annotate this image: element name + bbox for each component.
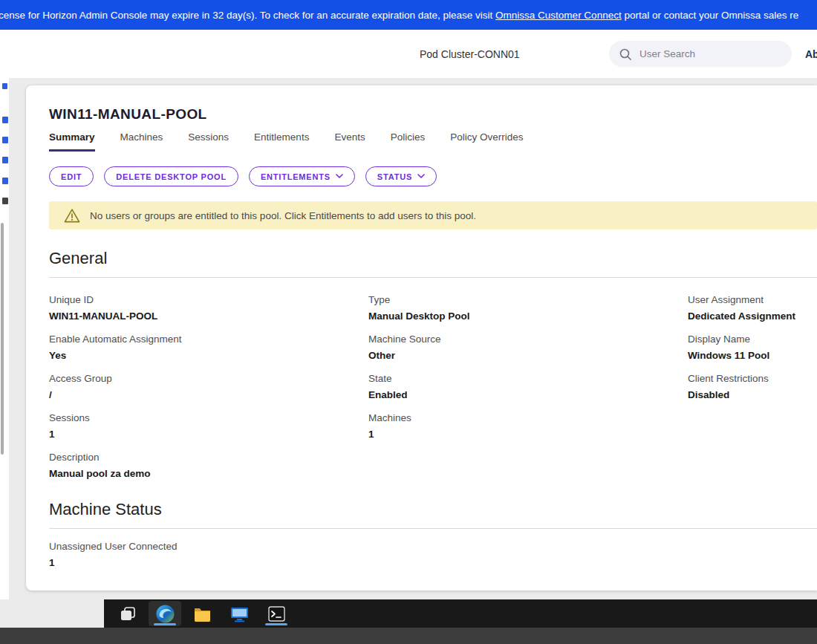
license-banner-text-after: portal or contact your Omnissa sales re — [622, 10, 799, 21]
header-bar: Pod Cluster-CONN01 Ab — [0, 30, 817, 78]
file-explorer-icon — [192, 604, 212, 624]
pool-detail-card: WIN11-MANUAL-POOL Summary Machines Sessi… — [26, 85, 817, 591]
field-machines: Machines 1 — [368, 412, 688, 440]
remote-desktop-icon — [230, 604, 250, 624]
tab-machines[interactable]: Machines — [120, 131, 163, 152]
delete-desktop-pool-button[interactable]: DELETE DESKTOP POOL — [104, 166, 238, 186]
user-search[interactable] — [609, 41, 792, 67]
sidebar-item-fragment[interactable] — [2, 83, 7, 89]
sidebar-item-fragment[interactable] — [2, 157, 8, 163]
field-unassigned-user-connected: Unassigned User Connected 1 — [49, 541, 817, 568]
command-prompt-button[interactable] — [260, 601, 293, 626]
customer-connect-link[interactable]: Omnissa Customer Connect — [495, 10, 622, 21]
action-button-row: EDIT DELETE DESKTOP POOL ENTITLEMENTS ST… — [49, 166, 817, 186]
license-banner-text: license for Horizon Admin Console may ex… — [0, 10, 495, 21]
general-fields-grid: Unique ID WIN11-MANUAL-POOL Type Manual … — [49, 294, 817, 491]
status-dropdown-button[interactable]: STATUS — [365, 166, 437, 186]
sidebar-item-fragment[interactable] — [2, 198, 8, 204]
field-user-assignment: User Assignment Dedicated Assignment — [688, 294, 817, 322]
general-section-heading: General — [49, 249, 817, 268]
field-display-name: Display Name Windows 11 Pool — [688, 334, 817, 361]
edge-browser-button[interactable] — [149, 601, 181, 626]
tab-summary[interactable]: Summary — [49, 131, 95, 152]
field-sessions: Sessions 1 — [49, 412, 368, 440]
entitlements-dropdown-button[interactable]: ENTITLEMENTS — [249, 166, 355, 186]
header-right-partial[interactable]: Ab — [805, 30, 817, 78]
field-access-group: Access Group / — [49, 373, 368, 400]
file-explorer-button[interactable] — [186, 601, 218, 626]
section-divider — [49, 277, 817, 278]
tab-sessions[interactable]: Sessions — [188, 131, 229, 152]
field-state: State Enabled — [368, 373, 688, 400]
windows-taskbar — [104, 599, 817, 628]
chevron-down-icon — [417, 174, 425, 179]
remote-desktop-button[interactable] — [223, 601, 255, 626]
command-prompt-icon — [267, 604, 287, 624]
task-view-icon — [119, 605, 137, 623]
sidebar-scrollbar[interactable] — [1, 223, 4, 455]
field-description: Description Manual pool za demo — [49, 452, 368, 479]
pod-cluster-label: Pod Cluster-CONN01 — [420, 30, 520, 78]
field-client-restrictions: Client Restrictions Disabled — [688, 373, 817, 400]
screen-bottom-edge — [0, 628, 817, 644]
sidebar-item-fragment[interactable] — [2, 117, 8, 123]
sidebar-item-fragment[interactable] — [2, 178, 8, 184]
pool-tabs: Summary Machines Sessions Entitlements E… — [49, 131, 817, 152]
tab-policies[interactable]: Policies — [391, 131, 426, 152]
field-type: Type Manual Desktop Pool — [368, 294, 688, 322]
edge-icon — [155, 604, 175, 624]
field-enable-automatic-assignment: Enable Automatic Assignment Yes — [49, 334, 368, 361]
entitlement-warning-banner: No users or groups are entitled to this … — [49, 201, 817, 230]
search-icon — [619, 48, 632, 61]
tab-events[interactable]: Events — [334, 131, 365, 152]
field-machine-source: Machine Source Other — [368, 334, 688, 361]
tab-policy-overrides[interactable]: Policy Overrides — [450, 131, 523, 152]
task-view-button[interactable] — [111, 601, 144, 626]
sidebar-item-fragment[interactable] — [2, 137, 8, 143]
field-unique-id: Unique ID WIN11-MANUAL-POOL — [49, 294, 368, 322]
sidebar-cutoff — [0, 78, 9, 599]
section-divider — [49, 528, 817, 529]
tab-entitlements[interactable]: Entitlements — [254, 131, 309, 152]
warning-icon — [64, 208, 80, 224]
machine-status-section-heading: Machine Status — [49, 500, 817, 519]
warning-text: No users or groups are entitled to this … — [90, 210, 476, 221]
user-search-input[interactable] — [638, 48, 782, 60]
edit-button[interactable]: EDIT — [49, 166, 94, 186]
chevron-down-icon — [336, 174, 343, 179]
license-banner: license for Horizon Admin Console may ex… — [0, 0, 817, 30]
page-title: WIN11-MANUAL-POOL — [49, 106, 817, 123]
